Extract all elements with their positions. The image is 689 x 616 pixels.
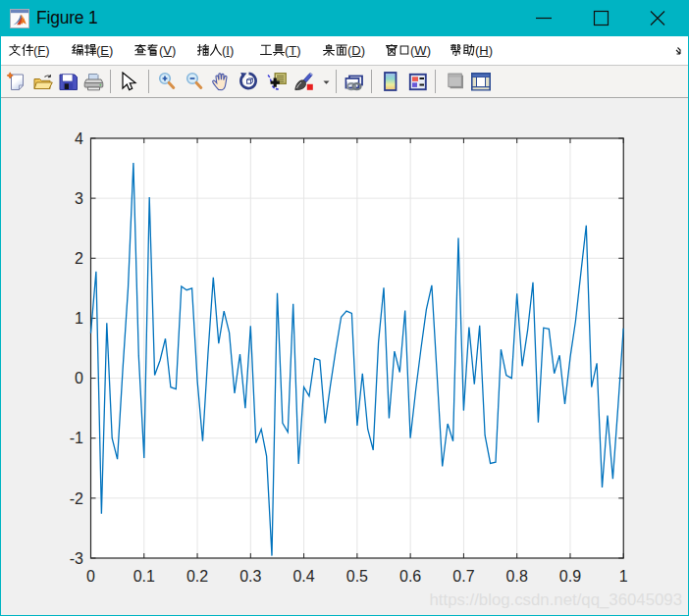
- svg-text:1: 1: [619, 568, 628, 585]
- svg-text:-2: -2: [70, 490, 83, 507]
- svg-text:0.3: 0.3: [239, 568, 261, 585]
- svg-text:2: 2: [75, 250, 83, 267]
- svg-text:0.4: 0.4: [292, 568, 314, 585]
- svg-text:3: 3: [75, 190, 83, 207]
- svg-text:0.9: 0.9: [559, 568, 581, 585]
- svg-text:0.6: 0.6: [399, 568, 421, 585]
- svg-text:0.7: 0.7: [452, 568, 474, 585]
- svg-text:0.1: 0.1: [133, 568, 155, 585]
- svg-text:0: 0: [86, 568, 95, 585]
- svg-text:0.2: 0.2: [186, 568, 208, 585]
- svg-text:0: 0: [75, 370, 83, 386]
- svg-text:1: 1: [75, 310, 83, 327]
- svg-text:0.5: 0.5: [346, 568, 368, 585]
- svg-text:4: 4: [75, 130, 83, 147]
- svg-text:-3: -3: [70, 550, 83, 567]
- svg-text:-1: -1: [70, 430, 83, 446]
- svg-text:0.8: 0.8: [506, 568, 528, 585]
